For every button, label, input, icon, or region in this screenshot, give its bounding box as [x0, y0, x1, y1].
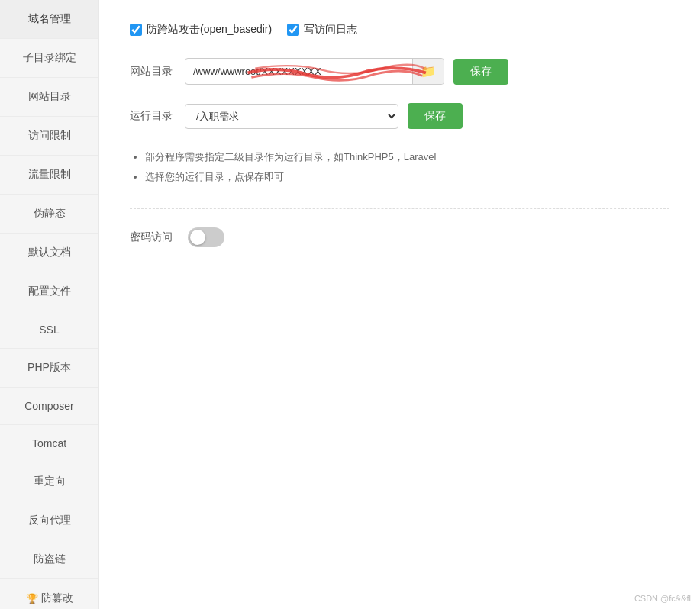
sidebar-item-subdir-bind[interactable]: 子目录绑定	[0, 39, 98, 78]
password-access-toggle[interactable]	[188, 227, 224, 247]
sidebar-item-php-version[interactable]: PHP版本	[0, 349, 98, 388]
sidebar-item-ssl[interactable]: SSL	[0, 311, 98, 349]
site-dir-save-btn[interactable]: 保存	[453, 59, 508, 85]
sidebar: 域名管理 子目录绑定 网站目录 访问限制 流量限制 伪静态 默认文档 配置文件 …	[0, 0, 99, 609]
toggle-slider	[188, 227, 224, 247]
anti-csrf-text: 防跨站攻击(open_basedir)	[147, 23, 272, 37]
site-dir-label: 网站目录	[130, 65, 176, 79]
footer-watermark: CSDN @fc&&fl	[634, 594, 691, 603]
sidebar-item-label: 网站目录	[28, 90, 71, 104]
sidebar-item-label: 访问限制	[28, 129, 71, 143]
sidebar-item-anti-leech[interactable]: 防盗链	[0, 540, 98, 579]
run-dir-select[interactable]: /入职需求 /public /web /	[185, 104, 398, 129]
run-dir-row: 运行目录 /入职需求 /public /web / 保存	[130, 103, 669, 129]
site-dir-folder-btn[interactable]: 📁	[412, 59, 444, 84]
sidebar-item-label: PHP版本	[27, 361, 71, 375]
sidebar-item-traffic-limit[interactable]: 流量限制	[0, 156, 98, 195]
main-content: 防跨站攻击(open_basedir) 写访问日志 网站目录 📁 保存	[99, 0, 700, 609]
sidebar-item-label: 域名管理	[28, 12, 71, 26]
access-log-text: 写访问日志	[304, 23, 357, 37]
password-access-row: 密码访问	[130, 227, 669, 247]
site-dir-input-wrapper: 📁	[185, 58, 444, 85]
sidebar-item-label: 默认文档	[28, 246, 71, 259]
sidebar-item-label: Tomcat	[32, 437, 66, 450]
password-access-label: 密码访问	[130, 230, 176, 244]
sidebar-item-pseudo-static[interactable]: 伪静态	[0, 195, 98, 234]
site-dir-row: 网站目录 📁 保存	[130, 58, 669, 85]
sidebar-item-label: 防篡改	[41, 591, 73, 605]
sidebar-item-tomcat[interactable]: Tomcat	[0, 425, 98, 462]
crown-icon: 🏆	[26, 593, 38, 604]
sidebar-item-redirect[interactable]: 重定向	[0, 462, 98, 501]
sidebar-item-label: SSL	[39, 324, 59, 336]
access-log-checkbox[interactable]	[287, 24, 299, 36]
access-log-label[interactable]: 写访问日志	[287, 23, 357, 37]
sidebar-item-config-file[interactable]: 配置文件	[0, 272, 98, 311]
anti-csrf-label[interactable]: 防跨站攻击(open_basedir)	[130, 23, 272, 37]
anti-csrf-checkbox[interactable]	[130, 24, 142, 36]
sidebar-item-label: 伪静态	[34, 207, 66, 221]
sidebar-item-label: 防盗链	[34, 553, 66, 566]
hint-item-1: 选择您的运行目录，点保存即可	[145, 167, 669, 187]
sidebar-item-anti-tamper[interactable]: 🏆 防篡改	[0, 579, 98, 609]
run-dir-label: 运行目录	[130, 109, 176, 123]
hint-list: 部分程序需要指定二级目录作为运行目录，如ThinkPHP5，Laravel 选择…	[145, 147, 669, 187]
sidebar-item-label: 反向代理	[28, 514, 71, 527]
sidebar-item-label: 配置文件	[28, 285, 71, 298]
sidebar-item-site-dir[interactable]: 网站目录	[0, 78, 98, 117]
divider	[130, 208, 669, 209]
sidebar-item-label: 重定向	[34, 475, 66, 488]
checkbox-row: 防跨站攻击(open_basedir) 写访问日志	[130, 23, 669, 37]
site-dir-input-container: 📁	[185, 58, 444, 85]
sidebar-item-label: 子目录绑定	[23, 51, 76, 65]
watermark-text: CSDN @fc&&fl	[634, 594, 691, 603]
folder-icon: 📁	[421, 64, 436, 79]
sidebar-item-default-doc[interactable]: 默认文档	[0, 234, 98, 272]
sidebar-item-access-limit[interactable]: 访问限制	[0, 117, 98, 156]
sidebar-item-label: 流量限制	[28, 168, 71, 182]
sidebar-item-label: Composer	[24, 400, 74, 412]
hint-item-0: 部分程序需要指定二级目录作为运行目录，如ThinkPHP5，Laravel	[145, 147, 669, 167]
site-dir-input[interactable]	[185, 60, 412, 82]
run-dir-save-btn[interactable]: 保存	[408, 103, 463, 129]
sidebar-item-composer[interactable]: Composer	[0, 388, 98, 425]
sidebar-item-reverse-proxy[interactable]: 反向代理	[0, 501, 98, 540]
sidebar-item-domain-mgmt[interactable]: 域名管理	[0, 0, 98, 39]
